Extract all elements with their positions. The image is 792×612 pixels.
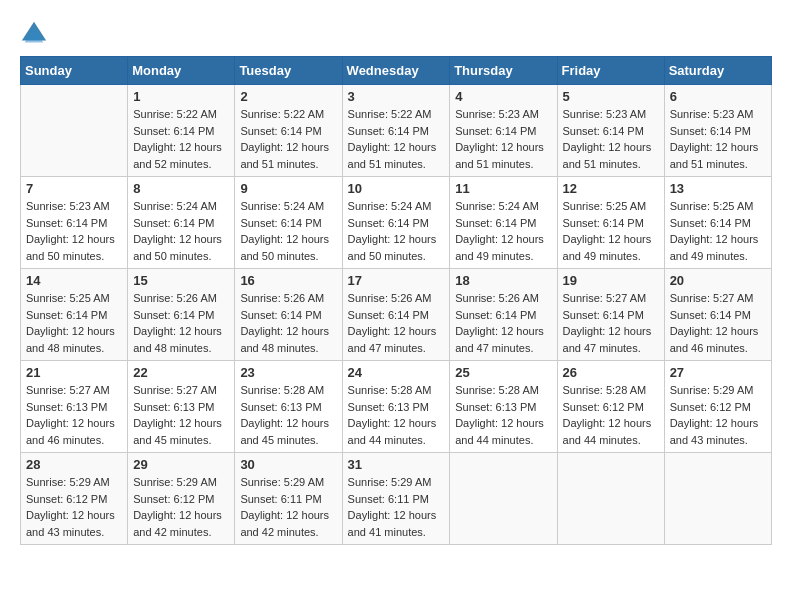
logo	[20, 20, 52, 48]
day-number: 9	[240, 181, 336, 196]
calendar-day-cell: 3Sunrise: 5:22 AMSunset: 6:14 PMDaylight…	[342, 85, 450, 177]
calendar-day-cell: 27Sunrise: 5:29 AMSunset: 6:12 PMDayligh…	[664, 361, 771, 453]
day-sun-info: Sunrise: 5:22 AMSunset: 6:14 PMDaylight:…	[348, 106, 445, 172]
day-number: 24	[348, 365, 445, 380]
day-sun-info: Sunrise: 5:29 AMSunset: 6:11 PMDaylight:…	[240, 474, 336, 540]
day-sun-info: Sunrise: 5:22 AMSunset: 6:14 PMDaylight:…	[133, 106, 229, 172]
day-sun-info: Sunrise: 5:26 AMSunset: 6:14 PMDaylight:…	[455, 290, 551, 356]
day-sun-info: Sunrise: 5:27 AMSunset: 6:14 PMDaylight:…	[670, 290, 766, 356]
calendar-day-cell: 30Sunrise: 5:29 AMSunset: 6:11 PMDayligh…	[235, 453, 342, 545]
day-number: 15	[133, 273, 229, 288]
day-number: 13	[670, 181, 766, 196]
calendar-week-row: 14Sunrise: 5:25 AMSunset: 6:14 PMDayligh…	[21, 269, 772, 361]
calendar-day-cell: 2Sunrise: 5:22 AMSunset: 6:14 PMDaylight…	[235, 85, 342, 177]
calendar-day-cell: 11Sunrise: 5:24 AMSunset: 6:14 PMDayligh…	[450, 177, 557, 269]
day-number: 3	[348, 89, 445, 104]
calendar-day-cell: 9Sunrise: 5:24 AMSunset: 6:14 PMDaylight…	[235, 177, 342, 269]
day-sun-info: Sunrise: 5:24 AMSunset: 6:14 PMDaylight:…	[133, 198, 229, 264]
calendar-day-cell: 19Sunrise: 5:27 AMSunset: 6:14 PMDayligh…	[557, 269, 664, 361]
calendar-day-cell: 22Sunrise: 5:27 AMSunset: 6:13 PMDayligh…	[128, 361, 235, 453]
day-sun-info: Sunrise: 5:23 AMSunset: 6:14 PMDaylight:…	[563, 106, 659, 172]
day-sun-info: Sunrise: 5:29 AMSunset: 6:11 PMDaylight:…	[348, 474, 445, 540]
day-number: 4	[455, 89, 551, 104]
header-day-thursday: Thursday	[450, 57, 557, 85]
calendar-day-cell: 31Sunrise: 5:29 AMSunset: 6:11 PMDayligh…	[342, 453, 450, 545]
day-sun-info: Sunrise: 5:29 AMSunset: 6:12 PMDaylight:…	[133, 474, 229, 540]
day-number: 17	[348, 273, 445, 288]
calendar-day-cell: 10Sunrise: 5:24 AMSunset: 6:14 PMDayligh…	[342, 177, 450, 269]
day-sun-info: Sunrise: 5:23 AMSunset: 6:14 PMDaylight:…	[670, 106, 766, 172]
day-number: 6	[670, 89, 766, 104]
calendar-day-cell: 15Sunrise: 5:26 AMSunset: 6:14 PMDayligh…	[128, 269, 235, 361]
day-number: 25	[455, 365, 551, 380]
day-number: 2	[240, 89, 336, 104]
day-sun-info: Sunrise: 5:28 AMSunset: 6:13 PMDaylight:…	[348, 382, 445, 448]
calendar-day-cell: 12Sunrise: 5:25 AMSunset: 6:14 PMDayligh…	[557, 177, 664, 269]
day-number: 23	[240, 365, 336, 380]
header-day-sunday: Sunday	[21, 57, 128, 85]
day-sun-info: Sunrise: 5:23 AMSunset: 6:14 PMDaylight:…	[455, 106, 551, 172]
day-sun-info: Sunrise: 5:28 AMSunset: 6:12 PMDaylight:…	[563, 382, 659, 448]
calendar-week-row: 21Sunrise: 5:27 AMSunset: 6:13 PMDayligh…	[21, 361, 772, 453]
day-number: 14	[26, 273, 122, 288]
day-number: 21	[26, 365, 122, 380]
day-number: 11	[455, 181, 551, 196]
calendar-week-row: 7Sunrise: 5:23 AMSunset: 6:14 PMDaylight…	[21, 177, 772, 269]
day-sun-info: Sunrise: 5:27 AMSunset: 6:14 PMDaylight:…	[563, 290, 659, 356]
calendar-day-cell: 29Sunrise: 5:29 AMSunset: 6:12 PMDayligh…	[128, 453, 235, 545]
calendar-day-cell	[664, 453, 771, 545]
calendar-day-cell: 5Sunrise: 5:23 AMSunset: 6:14 PMDaylight…	[557, 85, 664, 177]
day-sun-info: Sunrise: 5:27 AMSunset: 6:13 PMDaylight:…	[133, 382, 229, 448]
calendar-day-cell	[557, 453, 664, 545]
day-sun-info: Sunrise: 5:25 AMSunset: 6:14 PMDaylight:…	[563, 198, 659, 264]
day-sun-info: Sunrise: 5:26 AMSunset: 6:14 PMDaylight:…	[133, 290, 229, 356]
day-sun-info: Sunrise: 5:25 AMSunset: 6:14 PMDaylight:…	[670, 198, 766, 264]
day-number: 20	[670, 273, 766, 288]
day-number: 10	[348, 181, 445, 196]
day-sun-info: Sunrise: 5:28 AMSunset: 6:13 PMDaylight:…	[240, 382, 336, 448]
calendar-day-cell: 1Sunrise: 5:22 AMSunset: 6:14 PMDaylight…	[128, 85, 235, 177]
header-day-monday: Monday	[128, 57, 235, 85]
day-number: 29	[133, 457, 229, 472]
day-sun-info: Sunrise: 5:28 AMSunset: 6:13 PMDaylight:…	[455, 382, 551, 448]
day-number: 22	[133, 365, 229, 380]
calendar-day-cell: 14Sunrise: 5:25 AMSunset: 6:14 PMDayligh…	[21, 269, 128, 361]
day-sun-info: Sunrise: 5:23 AMSunset: 6:14 PMDaylight:…	[26, 198, 122, 264]
calendar-week-row: 28Sunrise: 5:29 AMSunset: 6:12 PMDayligh…	[21, 453, 772, 545]
logo-icon	[20, 20, 48, 48]
day-sun-info: Sunrise: 5:25 AMSunset: 6:14 PMDaylight:…	[26, 290, 122, 356]
day-number: 8	[133, 181, 229, 196]
day-number: 26	[563, 365, 659, 380]
day-number: 12	[563, 181, 659, 196]
day-number: 16	[240, 273, 336, 288]
calendar-day-cell: 28Sunrise: 5:29 AMSunset: 6:12 PMDayligh…	[21, 453, 128, 545]
day-number: 28	[26, 457, 122, 472]
calendar-day-cell: 23Sunrise: 5:28 AMSunset: 6:13 PMDayligh…	[235, 361, 342, 453]
day-sun-info: Sunrise: 5:26 AMSunset: 6:14 PMDaylight:…	[348, 290, 445, 356]
day-sun-info: Sunrise: 5:29 AMSunset: 6:12 PMDaylight:…	[670, 382, 766, 448]
page-header	[20, 20, 772, 48]
calendar-day-cell: 20Sunrise: 5:27 AMSunset: 6:14 PMDayligh…	[664, 269, 771, 361]
day-number: 18	[455, 273, 551, 288]
header-day-saturday: Saturday	[664, 57, 771, 85]
calendar-day-cell: 6Sunrise: 5:23 AMSunset: 6:14 PMDaylight…	[664, 85, 771, 177]
calendar-header-row: SundayMondayTuesdayWednesdayThursdayFrid…	[21, 57, 772, 85]
day-sun-info: Sunrise: 5:24 AMSunset: 6:14 PMDaylight:…	[455, 198, 551, 264]
day-sun-info: Sunrise: 5:24 AMSunset: 6:14 PMDaylight:…	[240, 198, 336, 264]
calendar-day-cell: 18Sunrise: 5:26 AMSunset: 6:14 PMDayligh…	[450, 269, 557, 361]
day-sun-info: Sunrise: 5:24 AMSunset: 6:14 PMDaylight:…	[348, 198, 445, 264]
calendar-day-cell: 16Sunrise: 5:26 AMSunset: 6:14 PMDayligh…	[235, 269, 342, 361]
day-sun-info: Sunrise: 5:22 AMSunset: 6:14 PMDaylight:…	[240, 106, 336, 172]
day-number: 30	[240, 457, 336, 472]
calendar-week-row: 1Sunrise: 5:22 AMSunset: 6:14 PMDaylight…	[21, 85, 772, 177]
day-number: 5	[563, 89, 659, 104]
calendar-day-cell: 25Sunrise: 5:28 AMSunset: 6:13 PMDayligh…	[450, 361, 557, 453]
day-number: 27	[670, 365, 766, 380]
day-sun-info: Sunrise: 5:29 AMSunset: 6:12 PMDaylight:…	[26, 474, 122, 540]
calendar-day-cell: 26Sunrise: 5:28 AMSunset: 6:12 PMDayligh…	[557, 361, 664, 453]
calendar-table: SundayMondayTuesdayWednesdayThursdayFrid…	[20, 56, 772, 545]
calendar-day-cell: 13Sunrise: 5:25 AMSunset: 6:14 PMDayligh…	[664, 177, 771, 269]
calendar-day-cell: 24Sunrise: 5:28 AMSunset: 6:13 PMDayligh…	[342, 361, 450, 453]
day-number: 19	[563, 273, 659, 288]
header-day-friday: Friday	[557, 57, 664, 85]
